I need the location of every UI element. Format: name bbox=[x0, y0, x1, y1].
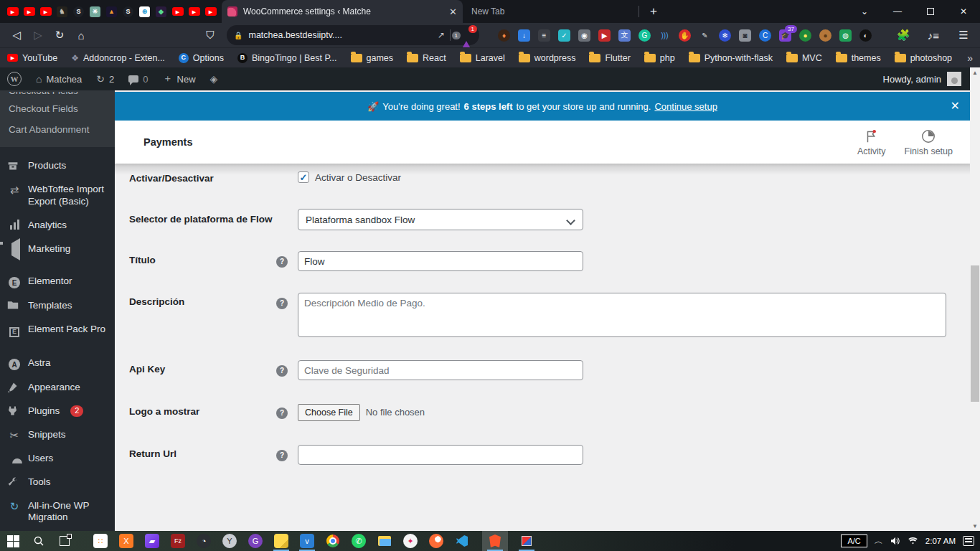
choose-file-button[interactable]: Choose File bbox=[298, 404, 360, 421]
page-scrollbar[interactable]: ▲ ▼ bbox=[970, 67, 980, 531]
sidebar-item-all-in-one-wp-migration[interactable]: ↻ All-in-One WP Migration bbox=[0, 494, 115, 530]
sidebar-item-appearance[interactable]: Appearance bbox=[0, 376, 115, 400]
sidebar-item-templates[interactable]: Templates bbox=[0, 294, 115, 318]
taskbar-app-vscode[interactable] bbox=[449, 531, 475, 551]
screenshot-camera-extension-icon[interactable]: ◙ bbox=[739, 29, 751, 42]
puzzle-extensions-icon[interactable]: 🧩 bbox=[892, 25, 914, 45]
scroll-down-arrow[interactable]: ▼ bbox=[970, 521, 980, 531]
notification-center-icon[interactable] bbox=[963, 536, 974, 546]
reload-button[interactable]: ↻ bbox=[49, 25, 70, 45]
adblock-youtube-extension-icon[interactable]: ▶ bbox=[598, 29, 611, 42]
taskbar-app-postman[interactable] bbox=[423, 531, 449, 551]
todo-extension-icon[interactable]: ✓ bbox=[558, 29, 570, 42]
sidebar-item-partial[interactable]: Checkout Fields bbox=[0, 92, 115, 98]
help-icon[interactable]: ? bbox=[276, 256, 288, 268]
close-window-button[interactable]: ✕ bbox=[947, 0, 980, 23]
bookmark-folder-mvc[interactable]: MVC bbox=[786, 53, 822, 63]
bookmark-folder-games[interactable]: games bbox=[351, 53, 394, 63]
cookie-extension-icon[interactable]: ● bbox=[819, 29, 831, 42]
idea-bulb-extension-icon[interactable]: ● bbox=[799, 29, 811, 42]
annotate-pen-extension-icon[interactable]: ✎ bbox=[699, 29, 711, 42]
avatar[interactable] bbox=[947, 72, 961, 86]
pinned-tab-youtube-icon[interactable]: ▶ bbox=[169, 0, 186, 23]
title-input[interactable] bbox=[298, 251, 583, 271]
bookmark-addoncrop[interactable]: ❖Addoncrop - Exten... bbox=[71, 53, 165, 63]
pinned-tab-youtube-icon[interactable]: ▶ bbox=[4, 0, 21, 23]
bookmark-bingotingo[interactable]: BBingoTingo | Best P... bbox=[237, 53, 337, 63]
sidebar-item-marketing[interactable]: Marketing bbox=[0, 237, 115, 261]
pinned-tab-sourceforge-icon[interactable]: S bbox=[120, 0, 136, 23]
study-cap-extension-icon[interactable]: 🎓37 bbox=[779, 29, 791, 42]
pinned-tab-phoenix-icon[interactable]: ▲ bbox=[103, 0, 120, 23]
stack-extension-icon[interactable]: ≡ bbox=[538, 29, 550, 42]
scroll-thumb[interactable] bbox=[971, 265, 979, 402]
pinned-tab-sourceforge-icon[interactable]: S bbox=[70, 0, 87, 23]
language-indicator[interactable]: A/C bbox=[841, 534, 867, 547]
continue-setup-link[interactable]: Continue setup bbox=[654, 101, 717, 112]
taskbar-app-sharex[interactable]: Y bbox=[217, 531, 242, 551]
bookmark-options[interactable]: COptions bbox=[179, 53, 224, 63]
banner-close-icon[interactable]: ✕ bbox=[951, 99, 960, 113]
site-name-menu[interactable]: ⌂Matchea bbox=[29, 67, 89, 90]
menu-hamburger-icon[interactable]: ☰ bbox=[953, 25, 974, 45]
bookmarks-overflow-chevron[interactable]: » bbox=[967, 52, 973, 64]
sidebar-item-products[interactable]: Products bbox=[0, 154, 115, 178]
task-view-button[interactable] bbox=[52, 531, 77, 551]
url-bar[interactable]: 🔒 matchea.bestdesiiptv.... ↗ 1 1 bbox=[227, 25, 479, 45]
bookmark-folder-php[interactable]: php bbox=[644, 53, 675, 63]
audio-waves-extension-icon[interactable]: ))) bbox=[659, 29, 671, 42]
bookmark-folder-themes[interactable]: themes bbox=[836, 53, 881, 63]
sidebar-item-tools[interactable]: Tools bbox=[0, 471, 115, 494]
element-pack-menu[interactable]: ◈ bbox=[203, 67, 225, 90]
taskbar-app-slack[interactable]: ✦ bbox=[397, 531, 423, 551]
sidebar-item-checkout-fields[interactable]: Checkout Fields bbox=[0, 98, 115, 119]
help-icon[interactable]: ? bbox=[276, 450, 288, 461]
playlist-icon[interactable]: ♪≡ bbox=[923, 25, 944, 45]
home-button[interactable]: ⌂ bbox=[70, 25, 92, 45]
bookmark-youtube[interactable]: ▶YouTube bbox=[7, 53, 57, 63]
bookmark-folder-react[interactable]: React bbox=[407, 53, 446, 63]
taskbar-app-filmora[interactable]: ▰ bbox=[139, 531, 165, 551]
sidebar-item-element-pack-pro[interactable]: E Element Pack Pro bbox=[0, 318, 115, 343]
help-icon[interactable]: ? bbox=[276, 408, 288, 419]
wp-logo-menu[interactable]: W bbox=[0, 67, 29, 90]
bookmark-folder-python-with-flask[interactable]: Python-with-flask bbox=[689, 53, 773, 63]
sidebar-item-plugins[interactable]: Plugins 2 bbox=[0, 400, 115, 423]
share-icon[interactable]: ↗ bbox=[438, 30, 445, 40]
taskbar-app-xampp[interactable]: X bbox=[113, 531, 139, 551]
pinned-tab-artist-icon[interactable]: ♞ bbox=[54, 0, 70, 23]
taskbar-app-obs[interactable]: ◔ bbox=[191, 531, 217, 551]
sidebar-item-cart-abandonment[interactable]: Cart Abandonment bbox=[0, 119, 115, 140]
pinned-tab-youtube-icon[interactable]: ▶ bbox=[37, 0, 54, 23]
bookmark-folder-wordpress[interactable]: wordpress bbox=[519, 53, 576, 63]
sidebar-item-analytics[interactable]: Analytics bbox=[0, 214, 115, 237]
activity-button[interactable]: Activity bbox=[857, 128, 886, 156]
enable-checkbox[interactable]: ✓ bbox=[298, 171, 309, 183]
return-url-input[interactable] bbox=[298, 445, 583, 465]
sidebar-item-elementor[interactable]: E Elementor bbox=[0, 270, 115, 295]
taskbar-app-sticky-notes[interactable] bbox=[268, 531, 294, 551]
finish-setup-button[interactable]: Finish setup bbox=[905, 128, 953, 156]
inactive-tab[interactable]: New Tab bbox=[463, 0, 639, 23]
back-button[interactable]: ◁ bbox=[6, 25, 27, 45]
shield-extension-icon[interactable]: ◉ bbox=[578, 29, 590, 42]
pinned-tab-react-icon[interactable]: ⊛ bbox=[136, 0, 153, 23]
help-icon[interactable]: ? bbox=[276, 298, 288, 309]
new-tab-button[interactable]: + bbox=[644, 1, 664, 22]
pinned-tab-youtube-icon[interactable]: ▶ bbox=[21, 0, 37, 23]
active-tab[interactable]: WooCommerce settings ‹ Matche ✕ bbox=[222, 0, 463, 23]
volume-icon[interactable] bbox=[890, 537, 900, 545]
new-content-menu[interactable]: ＋New bbox=[156, 67, 203, 90]
stop-hand-extension-icon[interactable]: ✋ bbox=[679, 29, 691, 42]
pinned-tab-chatgpt-icon[interactable]: ✳ bbox=[87, 0, 103, 23]
bookmark-icon[interactable]: ⛉ bbox=[199, 25, 221, 45]
sidebar-item-webtoffee-import-export[interactable]: ⇄ WebToffee Import Export (Basic) bbox=[0, 178, 115, 214]
description-textarea[interactable] bbox=[298, 293, 946, 337]
taskbar-app-file-explorer[interactable] bbox=[372, 531, 397, 551]
pinned-tab-youtube-icon[interactable]: ▶ bbox=[186, 0, 202, 23]
translate-extension-icon[interactable]: 文 bbox=[618, 29, 631, 42]
pinned-tab-youtube-icon[interactable]: ▶ bbox=[202, 0, 219, 23]
fingerprint-extension-icon[interactable]: ◍ bbox=[839, 29, 852, 42]
taskbar-app-whatsapp[interactable]: ✆ bbox=[346, 531, 372, 551]
api-key-input[interactable] bbox=[298, 360, 583, 380]
